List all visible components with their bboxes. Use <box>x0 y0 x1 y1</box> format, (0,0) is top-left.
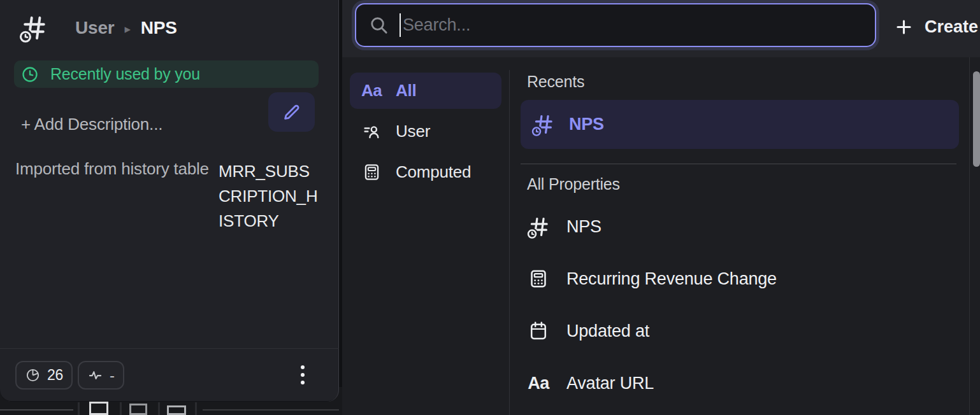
background-line <box>203 409 339 411</box>
property-item-label: NPS <box>566 217 602 237</box>
pencil-icon <box>281 102 302 123</box>
add-description-button[interactable]: + Add Description... <box>21 115 162 134</box>
tab-all[interactable]: Aa All <box>350 73 501 109</box>
background-cell-icon <box>89 402 108 415</box>
distinct-count: 26 <box>47 367 63 384</box>
recently-used-badge: Recently used by you <box>14 60 319 88</box>
property-list: NPS Recurring Revenue Change <box>510 200 980 409</box>
calculator-icon <box>526 268 551 290</box>
recents-header: Recents <box>527 73 584 91</box>
tab-all-label: All <box>396 81 417 101</box>
property-item-avatar-url[interactable]: Aa Avatar URL <box>510 357 980 409</box>
calendar-icon <box>526 320 551 342</box>
number-with-time-icon <box>19 13 48 43</box>
plus-icon <box>894 17 914 37</box>
tab-computed-label: Computed <box>396 162 471 182</box>
search-icon <box>369 15 389 35</box>
trend-value: - <box>110 367 115 384</box>
recent-item-nps[interactable]: NPS <box>521 100 959 149</box>
user-list-icon <box>360 122 383 141</box>
text-icon: Aa <box>526 374 551 393</box>
background-divider <box>158 402 160 415</box>
scrollbar-track <box>969 57 970 415</box>
property-picker-modal: Create Aa All User <box>342 0 980 415</box>
property-item-recurring-revenue-change[interactable]: Recurring Revenue Change <box>510 253 980 305</box>
property-item-updated-at[interactable]: Updated at <box>510 305 980 357</box>
background-divider <box>195 402 197 415</box>
number-with-time-icon <box>531 113 555 136</box>
property-item-label: Updated at <box>566 321 649 341</box>
create-button-label: Create <box>925 17 978 37</box>
imported-from-value: MRR_SUBSCRIPTION_HISTORY <box>219 159 321 234</box>
tab-user-label: User <box>396 122 430 141</box>
more-options-button[interactable] <box>298 363 307 387</box>
tab-computed[interactable]: Computed <box>350 154 501 190</box>
create-button[interactable]: Create <box>894 0 978 53</box>
kebab-icon <box>301 365 305 369</box>
breadcrumb-parent[interactable]: User <box>75 18 114 38</box>
scrollbar-thumb[interactable] <box>973 71 980 167</box>
property-details-panel: User ▸ NPS Recently used by you + Add De… <box>0 0 339 402</box>
background-line <box>0 409 73 411</box>
clock-icon <box>21 66 39 83</box>
activity-pulse-icon <box>87 367 103 383</box>
background-cell-icon <box>129 404 147 415</box>
number-with-time-icon <box>526 215 551 239</box>
search-results: Recents NPS All Properties <box>510 61 980 415</box>
screen: User ▸ NPS Recently used by you + Add De… <box>0 0 980 415</box>
distinct-values-button[interactable]: 26 <box>15 361 73 390</box>
search-box[interactable] <box>355 3 876 47</box>
property-item-nps[interactable]: NPS <box>510 200 980 253</box>
background-divider <box>78 402 80 415</box>
imported-from-label: Imported from history table <box>15 159 209 179</box>
trend-button[interactable]: - <box>78 361 124 390</box>
breadcrumb-separator-icon: ▸ <box>124 20 130 36</box>
recent-item-label: NPS <box>569 115 604 134</box>
breadcrumb: User ▸ NPS <box>19 11 177 45</box>
page-title: NPS <box>141 18 177 38</box>
search-input[interactable] <box>401 15 862 35</box>
edit-button[interactable] <box>268 92 315 132</box>
calculator-icon <box>360 162 383 182</box>
pie-chart-icon <box>25 367 41 383</box>
property-item-label: Recurring Revenue Change <box>566 269 777 289</box>
tab-user[interactable]: User <box>350 113 501 150</box>
all-properties-header: All Properties <box>527 175 620 193</box>
background-divider <box>120 402 122 415</box>
section-divider <box>521 164 956 164</box>
panel-footer: 26 - <box>0 348 339 402</box>
text-icon: Aa <box>360 81 383 101</box>
recently-used-label: Recently used by you <box>50 65 200 83</box>
background-cell-icon <box>167 405 186 415</box>
property-item-label: Avatar URL <box>566 374 654 393</box>
property-type-tabs: Aa All User <box>342 61 509 206</box>
